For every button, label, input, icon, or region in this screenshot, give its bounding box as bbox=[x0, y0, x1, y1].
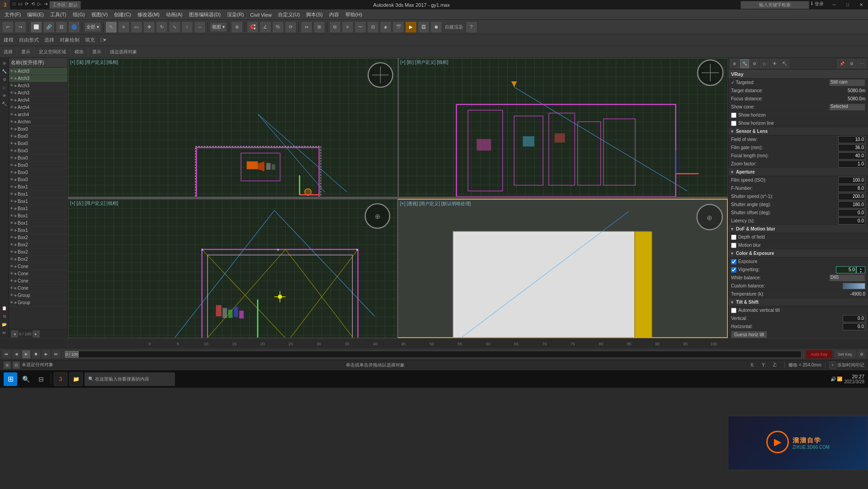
unlink-btn[interactable]: ⛓ bbox=[56, 21, 67, 33]
info-icon[interactable]: ℹ bbox=[811, 1, 813, 9]
next-key-btn[interactable]: ▶ bbox=[42, 350, 51, 359]
modify-icon[interactable]: 🔧 bbox=[1, 68, 8, 75]
util-right-btn[interactable]: 🔨 bbox=[780, 59, 789, 68]
title-icon-4[interactable]: ⟲ bbox=[30, 1, 36, 9]
freeform-tab[interactable]: 自由形式 bbox=[17, 37, 41, 43]
create-icon[interactable]: ⊕ bbox=[1, 60, 8, 67]
help-btn[interactable]: ? bbox=[466, 21, 477, 33]
add-key-btn[interactable]: + bbox=[829, 362, 836, 369]
object-item[interactable]: 👁 ◈ Arch3 bbox=[9, 89, 67, 97]
object-item[interactable]: 👁 ◈ Box0 bbox=[9, 176, 67, 183]
depth-of-field-checkbox[interactable] bbox=[731, 235, 736, 240]
select-label[interactable]: 选择 bbox=[2, 49, 14, 55]
show-horizon-checkbox[interactable] bbox=[731, 113, 736, 118]
auto-vertical-checkbox[interactable] bbox=[731, 308, 736, 313]
fnumber-input[interactable] bbox=[838, 185, 865, 192]
motion-icon[interactable]: ▷ bbox=[1, 84, 8, 91]
object-item[interactable]: 👁 ◈ Cone bbox=[9, 285, 67, 292]
menu-item-script[interactable]: 脚本(S) bbox=[303, 10, 326, 19]
search-windows-btn[interactable]: 🔍 在这里输入你要搜索的内容 bbox=[85, 372, 175, 386]
selection-filter-dropdown[interactable]: 全部 ▾ bbox=[84, 22, 101, 32]
motion-blur-checkbox[interactable] bbox=[731, 243, 736, 248]
3dsmax-taskbar-btn[interactable]: 3 bbox=[54, 372, 67, 386]
viewport-top[interactable]: [+] [顶] [用户定义] [线框] bbox=[68, 58, 398, 197]
maximize-btn[interactable]: □ bbox=[841, 0, 854, 10]
auto-key-anim-btn[interactable]: Auto Key bbox=[806, 350, 833, 359]
auto-key-btn[interactable]: ⏺ bbox=[430, 21, 442, 33]
scale-btn[interactable]: ⤡ bbox=[169, 21, 180, 33]
search-input-title[interactable]: 输入关键字检索 bbox=[741, 1, 809, 9]
menu-item-grapheditor[interactable]: 图形编辑器(D) bbox=[186, 10, 223, 19]
select-btn[interactable]: ↖ bbox=[105, 21, 117, 33]
object-item[interactable]: 👁 ◈ Box0 bbox=[9, 155, 67, 162]
object-item[interactable]: 👁 ◈ Arch4 bbox=[9, 104, 67, 111]
menu-item-file[interactable]: 文件(F) bbox=[2, 10, 24, 19]
object-item[interactable]: 👁 ◈ Arch3 bbox=[9, 75, 67, 82]
curve-btn[interactable]: 〜 bbox=[354, 21, 366, 33]
custom-balance-swatch[interactable] bbox=[843, 283, 865, 289]
model-tab[interactable]: 建模 bbox=[2, 37, 15, 43]
object-item[interactable]: 👁 ◈ Box2 bbox=[9, 256, 67, 263]
show-horizon-line-checkbox[interactable] bbox=[731, 121, 736, 126]
menu-item-view[interactable]: 视图(V) bbox=[89, 10, 111, 19]
tilt-shift-header[interactable]: ▼ Tilt & Shift bbox=[728, 298, 868, 306]
render-setup-btn[interactable]: 🎬 bbox=[392, 21, 404, 33]
mirror-btn[interactable]: ⇔ bbox=[301, 21, 312, 33]
menu-item-content[interactable]: 内容 bbox=[326, 10, 342, 19]
show-cone-dropdown[interactable]: Selected bbox=[829, 103, 865, 111]
undo-btn[interactable]: ↩ bbox=[2, 21, 14, 33]
material-btn[interactable]: ◈ bbox=[380, 21, 392, 33]
viewport-perspective[interactable]: [+] [透视] [用户定义] [默认明暗处理] ⊕ bbox=[397, 199, 728, 338]
ribbon-btn[interactable]: ≡ bbox=[342, 21, 354, 33]
asset-browser-icon[interactable]: 📂 bbox=[1, 321, 8, 328]
title-icon-5[interactable]: ▷ bbox=[37, 1, 42, 9]
latency-input[interactable] bbox=[838, 217, 865, 225]
camera-type-dropdown[interactable]: Still cam bbox=[829, 79, 865, 86]
utility-icon[interactable]: 🔨 bbox=[1, 100, 8, 108]
menu-item-render[interactable]: 渲染(R) bbox=[224, 10, 246, 19]
title-icon-2[interactable]: ▭ bbox=[17, 1, 23, 9]
menu-item-modify[interactable]: 修改器(M) bbox=[135, 10, 163, 19]
display3-icon[interactable]: 👁 bbox=[1, 92, 8, 99]
stroke-select-label[interactable]: 描边选择对象 bbox=[108, 49, 139, 55]
display-label[interactable]: 显示 bbox=[19, 49, 32, 55]
object-item[interactable]: 👁 ◈ Cone bbox=[9, 270, 67, 277]
settings-right-btn[interactable]: ⚙ bbox=[847, 59, 856, 68]
shutter-speed-input[interactable] bbox=[838, 193, 865, 200]
display-right-btn[interactable]: 👁 bbox=[770, 59, 779, 68]
menu-item-civilview[interactable]: Civil View bbox=[247, 11, 274, 19]
start-btn[interactable]: ⊞ bbox=[4, 372, 17, 386]
white-balance-dropdown[interactable]: D65 bbox=[829, 274, 865, 282]
horizontal-input[interactable] bbox=[843, 323, 865, 330]
fill-dropdown[interactable]: □▾ bbox=[99, 37, 108, 43]
bind-spacewarp-btn[interactable]: 🌀 bbox=[68, 21, 80, 33]
set-key-btn[interactable]: Set Key bbox=[834, 350, 856, 359]
vertical-input[interactable] bbox=[843, 315, 865, 322]
pin-right-btn[interactable]: 📌 bbox=[837, 59, 846, 68]
aperture-header[interactable]: ▼ Aperture bbox=[728, 168, 868, 176]
object-item[interactable]: 👁 ◈ Box0 bbox=[9, 140, 67, 147]
vignetting-input[interactable] bbox=[836, 266, 856, 273]
menu-item-create[interactable]: 创建(C) bbox=[111, 10, 133, 19]
refcoord-dropdown[interactable]: 视图 ▾ bbox=[210, 22, 227, 32]
motion-right-btn[interactable]: ▷ bbox=[760, 59, 769, 68]
hierarchy-icon[interactable]: ⚙ bbox=[1, 76, 8, 83]
viewport-left[interactable]: [+] [左] [用户定义] [线框] bbox=[68, 199, 397, 338]
object-item[interactable]: 👁 ◈ Group bbox=[9, 299, 67, 306]
pivot-btn[interactable]: ⊕ bbox=[231, 21, 243, 33]
vignetting-checkbox[interactable] bbox=[731, 267, 736, 273]
minimize-btn[interactable]: ─ bbox=[827, 0, 841, 10]
anim-control-icon[interactable]: ⏯ bbox=[1, 329, 8, 336]
prev-page-btn[interactable]: ◂ bbox=[11, 330, 18, 338]
modify-right-btn[interactable]: 🔧 bbox=[740, 59, 749, 68]
object-item[interactable]: 👁 ◈ Group bbox=[9, 292, 67, 299]
guess-tilt-btn[interactable]: Guess horiz tilt bbox=[731, 331, 767, 338]
snap-angle-btn[interactable]: ∠ bbox=[259, 21, 271, 33]
menu-item-custom[interactable]: 自定义(U) bbox=[275, 10, 302, 19]
redo-btn[interactable]: ↪ bbox=[14, 21, 26, 33]
last-frame-btn[interactable]: ⏭ bbox=[52, 350, 61, 359]
fill-tab[interactable]: 填充 bbox=[83, 37, 97, 43]
play-btn[interactable]: ▶ bbox=[22, 350, 31, 359]
object-item[interactable]: 👁 ◈ Box0 bbox=[9, 147, 67, 155]
menu-item-group[interactable]: 组(G) bbox=[70, 10, 88, 19]
